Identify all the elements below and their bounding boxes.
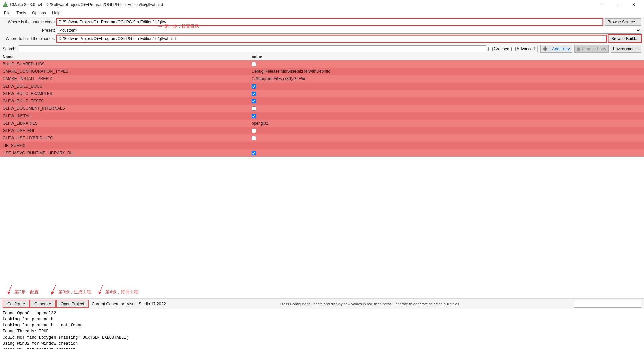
row-value-text: Debug;Release;MinSizeRel;RelWithDebInfo (252, 69, 330, 74)
remove-entry-button[interactable]: 🗑 Remove Entry (574, 45, 609, 53)
row-name: GLFW_BUILD_DOCS (3, 84, 252, 89)
remove-entry-icon: 🗑 (577, 46, 581, 51)
svg-line-1 (8, 285, 12, 293)
step2-text: 第2步，配置 (14, 289, 39, 295)
menu-help[interactable]: Help (49, 10, 63, 16)
row-checkbox[interactable] (252, 136, 256, 140)
menu-options[interactable]: Options (29, 10, 48, 16)
environment-button[interactable]: Environment... (611, 45, 641, 53)
open-project-button[interactable]: Open Project (56, 300, 89, 308)
log-line: Could NOT find Doxygen (missing: DOXYGEN… (3, 335, 641, 341)
title-bar: CMake 3.23.0-rc4 - D:/SoftwareProject/C+… (0, 0, 644, 9)
row-value (252, 84, 641, 89)
title-bar-right: — □ ✕ (595, 0, 641, 9)
log-area: Found OpenGL: opengl32Looking for pthrea… (0, 309, 644, 349)
log-line: Using Win32 for window creation (3, 341, 641, 347)
step2-annotation: 第2步，配置 (7, 285, 39, 295)
browse-source-button[interactable]: Browse Source... (605, 18, 641, 26)
row-value (252, 114, 641, 118)
search-box-right[interactable] (574, 300, 641, 308)
minimize-button[interactable]: — (595, 0, 610, 9)
row-value (252, 92, 641, 96)
status-text: Press Configure to update and display ne… (166, 302, 574, 306)
remove-entry-label: Remove Entry (581, 46, 606, 51)
table-row: LIB_SUFFIX (0, 142, 644, 149)
close-button[interactable]: ✕ (626, 0, 641, 9)
source-row: Where is the source code: Browse Source.… (3, 18, 641, 26)
step3-text: 第3步，生成工程 (58, 289, 91, 295)
row-name: GLFW_USE_HYBRID_HPG (3, 136, 252, 140)
step2-arrow-svg (7, 285, 13, 295)
step3-annotation: 第3步，生成工程 (50, 285, 91, 295)
row-checkbox[interactable] (252, 62, 256, 66)
row-value-text: opengl32 (252, 121, 268, 126)
log-line: Found OpenGL: opengl32 (3, 310, 641, 316)
table-header: Name Value (0, 54, 644, 60)
environment-label: Environment... (613, 46, 639, 51)
title-text: CMake 3.23.0-rc4 - D:/SoftwareProject/C+… (10, 2, 163, 7)
middle-section: Name Value BUILD_SHARED_LIBSCMAKE_CONFIG… (0, 54, 644, 298)
menu-bar: File Tools Options Help (0, 9, 644, 17)
advanced-option[interactable]: Advanced (511, 46, 535, 51)
row-value: Debug;Release;MinSizeRel;RelWithDebInfo (252, 69, 641, 74)
advanced-checkbox[interactable] (511, 47, 516, 51)
configure-button[interactable]: Configure (3, 300, 30, 308)
cmake-icon (3, 2, 8, 7)
table-row: GLFW_BUILD_EXAMPLES (0, 90, 644, 97)
steps-container: 第2步，配置 第3步，生成工程 (0, 275, 644, 298)
row-name: CMAKE_CONFIGURATION_TYPES (3, 69, 252, 74)
row-name: BUILD_SHARED_LIBS (3, 62, 252, 66)
row-name: LIB_SUFFIX (3, 143, 252, 148)
table-row: GLFW_BUILD_TESTS (0, 97, 644, 105)
top-controls: Where is the source code: Browse Source.… (0, 17, 644, 44)
row-name: GLFW_INSTALL (3, 114, 252, 118)
row-checkbox[interactable] (252, 151, 256, 155)
title-bar-left: CMake 3.23.0-rc4 - D:/SoftwareProject/C+… (3, 2, 163, 7)
build-input[interactable] (57, 35, 606, 42)
row-value (252, 151, 641, 155)
table-row: BUILD_SHARED_LIBS (0, 60, 644, 68)
add-entry-button[interactable]: ➕ + Add Entry (540, 45, 572, 53)
log-line: Found Threads: TRUE (3, 328, 641, 335)
preset-select[interactable]: <custom> (57, 27, 641, 34)
log-line: Using WGL for context creation (3, 347, 641, 349)
table-row: CMAKE_INSTALL_PREFIXC:/Program Files (x8… (0, 75, 644, 83)
row-value (252, 129, 641, 133)
bottom-bar: Configure Generate Open Project Current … (0, 298, 644, 309)
grouped-option[interactable]: Grouped (488, 46, 509, 51)
row-name: USE_MSVC_RUNTIME_LIBRARY_DLL (3, 151, 252, 155)
search-row: Search: Grouped Advanced ➕ + Add Entry 🗑… (0, 44, 644, 54)
grouped-checkbox[interactable] (488, 47, 493, 51)
row-name: GLFW_BUILD_EXAMPLES (3, 91, 252, 96)
table-row: GLFW_BUILD_DOCS (0, 83, 644, 90)
generate-button[interactable]: Generate (30, 300, 56, 308)
app-content: Where is the source code: Browse Source.… (0, 17, 644, 349)
row-checkbox[interactable] (252, 106, 256, 111)
row-value-text: C:/Program Files (x86)/GLFW (252, 76, 305, 81)
empty-white-area (0, 157, 644, 275)
table-row: GLFW_USE_HYBRID_HPG (0, 134, 644, 142)
row-checkbox[interactable] (252, 99, 256, 103)
row-value: C:/Program Files (x86)/GLFW (252, 76, 641, 81)
menu-tools[interactable]: Tools (14, 10, 29, 16)
table-row: USE_MSVC_RUNTIME_LIBRARY_DLL (0, 149, 644, 157)
row-name: GLFW_USE_EGL (3, 128, 252, 133)
add-entry-label: + Add Entry (549, 46, 570, 51)
separator (537, 45, 538, 52)
col-value-header: Value (252, 55, 641, 59)
preset-row: Preset: <custom> → 第一步，设置目录 (3, 27, 641, 34)
row-checkbox[interactable] (252, 84, 256, 89)
maximize-button[interactable]: □ (610, 0, 626, 9)
row-checkbox[interactable] (252, 129, 256, 133)
current-generator: Current Generator: Visual Studio 17 2022 (92, 302, 166, 306)
row-checkbox[interactable] (252, 92, 256, 96)
row-checkbox[interactable] (252, 114, 256, 118)
advanced-label: Advanced (517, 46, 535, 51)
browse-build-button[interactable]: Browse Build... (608, 35, 641, 42)
search-input[interactable] (19, 45, 486, 52)
table-row: GLFW_LIBRARIESopengl32 (0, 120, 644, 127)
source-input[interactable] (57, 19, 603, 25)
add-entry-plus: ➕ (543, 46, 548, 51)
menu-file[interactable]: File (1, 10, 13, 16)
row-value: opengl32 (252, 121, 641, 126)
